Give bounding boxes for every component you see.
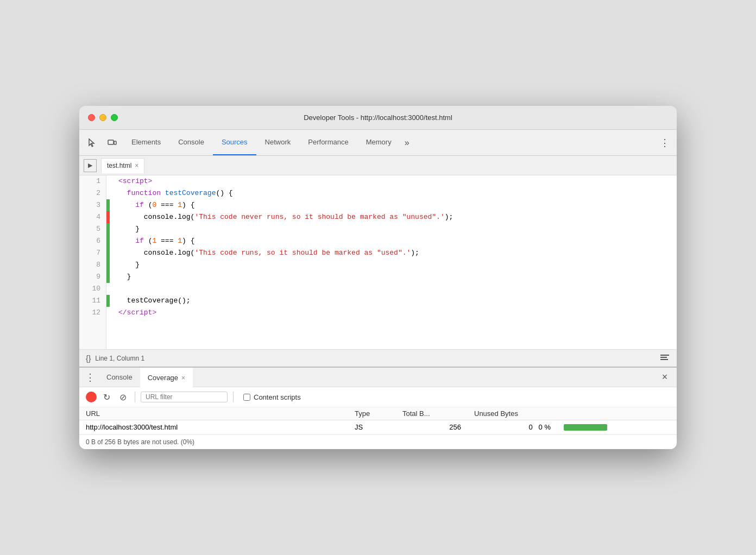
code-line-5: } (118, 223, 668, 235)
col-header-type: Type (348, 407, 396, 420)
code-line-9: } (118, 271, 668, 283)
maximize-button[interactable] (111, 114, 118, 121)
status-right (659, 352, 670, 364)
svg-rect-2 (660, 355, 669, 356)
tab-console[interactable]: Console (169, 130, 213, 155)
code-line-2: function testCoverage() { (118, 187, 668, 199)
format-icon[interactable] (659, 352, 670, 363)
devtools-toolbar: Elements Console Sources Network Perform… (79, 130, 677, 156)
line-numbers: 1 2 3 4 5 6 7 8 9 10 11 12 (79, 175, 106, 349)
cursor-icon[interactable] (84, 134, 101, 152)
more-tabs-button[interactable]: » (400, 130, 414, 155)
pretty-print-icon[interactable]: {} (86, 354, 91, 363)
footer-text: 0 B of 256 B bytes are not used. (0%) (86, 438, 194, 446)
cell-unused: 0 0 % (468, 420, 557, 434)
code-line-10 (118, 283, 668, 295)
close-bottom-panel-button[interactable]: × (657, 370, 672, 385)
code-line-6: if (1 === 1) { (118, 235, 668, 247)
cell-url: http://localhost:3000/test.html (79, 420, 348, 434)
col-header-bar (557, 407, 677, 420)
bottom-panel: ⋮ Console Coverage × × ↻ ⊘ Content scrip… (79, 367, 677, 449)
coverage-tab-label: Coverage (148, 374, 178, 382)
svg-rect-0 (108, 140, 114, 144)
code-line-7: console.log('This code runs, so it shoul… (118, 247, 668, 259)
tab-elements[interactable]: Elements (123, 130, 169, 155)
devtools-window: Developer Tools - http://localhost:3000/… (79, 106, 677, 449)
file-tabs-bar: ▶ test.html × (79, 156, 677, 175)
coverage-table: URL Type Total B... Unused Bytes http://… (79, 407, 677, 434)
coverage-toolbar: ↻ ⊘ Content scripts (79, 387, 677, 407)
window-title: Developer Tools - http://localhost:3000/… (304, 113, 452, 122)
file-tab-close[interactable]: × (135, 162, 138, 169)
url-filter-input[interactable] (141, 392, 228, 402)
bottom-panel-menu[interactable]: ⋮ (84, 371, 97, 384)
cursor-position: Line 1, Column 1 (95, 355, 144, 362)
titlebar: Developer Tools - http://localhost:3000/… (79, 106, 677, 130)
device-icon[interactable] (103, 134, 121, 152)
tab-performance[interactable]: Performance (299, 130, 357, 155)
tab-coverage[interactable]: Coverage × (140, 368, 193, 387)
devtools-menu-button[interactable]: ⋮ (657, 135, 672, 150)
record-button[interactable] (86, 392, 97, 402)
tab-sources[interactable]: Sources (213, 130, 256, 155)
tab-network[interactable]: Network (256, 130, 300, 155)
tab-memory[interactable]: Memory (357, 130, 400, 155)
code-line-4: console.log('This code never runs, so it… (118, 211, 668, 223)
file-tab-name: test.html (107, 162, 131, 169)
code-line-12: </script> (118, 307, 668, 319)
col-header-total: Total B... (396, 407, 468, 420)
bottom-tabs-bar: ⋮ Console Coverage × × (79, 368, 677, 387)
svg-rect-1 (114, 141, 116, 144)
code-line-8: } (118, 259, 668, 271)
sources-panel: ▶ test.html × 1 2 3 4 5 6 7 8 9 10 11 12 (79, 156, 677, 367)
cell-bar (557, 420, 677, 434)
coverage-tab-close[interactable]: × (181, 374, 185, 382)
reload-button[interactable]: ↻ (100, 390, 113, 403)
usage-bar (564, 424, 607, 431)
table-row[interactable]: http://localhost:3000/test.html JS 256 0… (79, 420, 677, 434)
cell-total: 256 (396, 420, 468, 434)
cell-type: JS (348, 420, 396, 434)
content-scripts-label: Content scripts (254, 393, 301, 401)
svg-rect-3 (660, 357, 667, 358)
code-line-3: if (0 === 1) { (118, 199, 668, 211)
code-editor[interactable]: 1 2 3 4 5 6 7 8 9 10 11 12 (79, 175, 677, 349)
content-scripts-area: Content scripts (243, 393, 301, 401)
footer-status: 0 B of 256 B bytes are not used. (0%) (79, 434, 677, 449)
traffic-lights (88, 114, 118, 121)
clear-button[interactable]: ⊘ (116, 390, 129, 403)
file-navigator-icon[interactable]: ▶ (84, 159, 97, 172)
code-line-1: <script> (118, 175, 668, 187)
col-header-url: URL (79, 407, 348, 420)
code-line-11: testCoverage(); (118, 295, 668, 307)
file-tab-test-html[interactable]: test.html × (101, 158, 144, 173)
minimize-button[interactable] (99, 114, 106, 121)
col-header-unused: Unused Bytes (468, 407, 557, 420)
status-bar: {} Line 1, Column 1 (79, 349, 677, 367)
code-content[interactable]: <script> function testCoverage() { if (0… (110, 175, 677, 349)
svg-rect-4 (660, 359, 668, 360)
tab-console-bottom[interactable]: Console (99, 368, 140, 387)
usage-bar-fill (564, 424, 607, 431)
close-button[interactable] (88, 114, 95, 121)
devtools-tabs: Elements Console Sources Network Perform… (123, 130, 414, 155)
content-scripts-checkbox[interactable] (243, 394, 250, 401)
